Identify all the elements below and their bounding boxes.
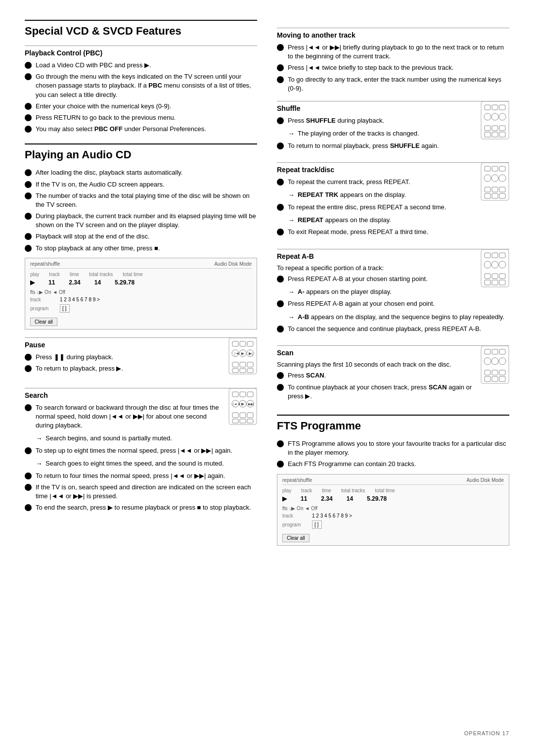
pause-remote-icon: |◄ ▶ ▶|	[228, 337, 257, 376]
repeat-list-2: To repeat the entire disc, press REPEAT …	[277, 203, 509, 212]
track-numbers-row: track 1 2 3 4 5 6 7 8 9 >	[30, 296, 252, 303]
svg-rect-69	[492, 280, 498, 285]
bullet-icon	[277, 179, 284, 186]
svg-rect-2	[240, 341, 246, 346]
svg-text:▶▶|: ▶▶|	[248, 402, 254, 406]
bullet-icon	[277, 44, 284, 51]
list-item-text: Go through the menu with the keys indica…	[36, 72, 257, 99]
list-item-text: Each FTS Programme can contain 20 tracks…	[288, 460, 509, 469]
time-value: 2.34	[321, 495, 332, 502]
section-audiocd-title: Playing an Audio CD	[25, 143, 257, 161]
repeat-remote-icon	[481, 162, 509, 202]
program-label: program	[282, 522, 307, 527]
shuffle-section: Shuffle Press SHUFFLE during playback. →…	[277, 101, 509, 154]
svg-rect-34	[492, 105, 498, 110]
svg-rect-53	[492, 187, 498, 192]
bullet-icon	[25, 365, 32, 372]
list-item: After loading the disc, playback starts …	[25, 168, 257, 177]
repeat-ab-intro: To repeat a specific portion of a track:	[277, 264, 509, 272]
svg-point-75	[484, 358, 491, 365]
bullet-icon	[25, 447, 32, 454]
arrow-icon: →	[288, 287, 295, 297]
bullet-icon	[25, 103, 32, 110]
svg-rect-54	[499, 187, 505, 192]
panel-header: repeat/shuffle Audio Disk Mode	[30, 261, 252, 269]
list-item-text: To go directly to any track, enter the t…	[288, 75, 509, 93]
svg-rect-60	[492, 253, 498, 258]
panel-header-right: Audio Disk Mode	[214, 261, 252, 267]
svg-rect-44	[499, 132, 505, 137]
arrow-text: REPEAT TRK appears on the display.	[298, 190, 406, 199]
col-play: play	[30, 272, 39, 277]
bullet-icon	[277, 300, 284, 307]
svg-rect-83	[499, 377, 505, 381]
track-numbers: 1 2 3 4 5 6 7 8 9 >	[60, 297, 100, 302]
arrow-text: Search goes to eight times the speed, an…	[45, 459, 224, 468]
bullet-icon	[277, 142, 284, 149]
list-item: Press SHUFFLE during playback.	[277, 116, 476, 125]
svg-rect-19	[247, 392, 253, 397]
play-icon: ▶	[30, 279, 35, 286]
list-item-text: To repeat the entire disc, press REPEAT …	[288, 203, 476, 212]
list-item-text: During playback, the current track numbe…	[36, 212, 257, 230]
scan-remote-icon	[481, 345, 509, 385]
clear-all-button-2[interactable]: Clear all	[282, 534, 310, 542]
svg-rect-66	[492, 274, 498, 279]
list-item-text: Press |◄◄ or ▶▶| briefly during playback…	[288, 43, 509, 61]
total-time-value: 5.29.78	[115, 279, 134, 286]
svg-rect-35	[499, 105, 505, 110]
repeat-ab-remote-icon	[481, 249, 509, 289]
svg-rect-13	[232, 369, 238, 373]
svg-point-50	[491, 175, 498, 182]
total-time-value: 5.29.78	[367, 495, 387, 502]
arrow-text: A- appears on the player display.	[298, 287, 392, 296]
svg-point-37	[491, 113, 498, 120]
svg-rect-18	[240, 392, 246, 397]
svg-rect-59	[485, 253, 490, 258]
bullet-icon	[25, 213, 32, 220]
scan-intro: Scanning plays the first 10 seconds of e…	[277, 361, 509, 368]
svg-rect-65	[485, 274, 490, 279]
svg-text:▶: ▶	[241, 351, 245, 356]
shuffle-list: Press SHUFFLE during playback.	[277, 116, 509, 125]
fts-row: fts ↓▶ On ◄ Off	[282, 505, 504, 512]
search-remote-icon: |◄◄ ▶ ▶▶|	[228, 388, 257, 426]
pbc-list: Load a Video CD with PBC and press ▶. Go…	[25, 61, 257, 134]
footer-text: Operation 17	[464, 730, 509, 736]
svg-text:|◄◄: |◄◄	[233, 402, 241, 406]
subsection-pbc-title: Playback Control (PBC)	[25, 46, 257, 57]
bullet-icon	[25, 114, 32, 121]
search-section: |◄◄ ▶ ▶▶| Search To search forward or ba…	[25, 388, 257, 517]
repeat-list: To repeat the current track, press REPEA…	[277, 178, 509, 187]
list-item-text: Press SHUFFLE during playback.	[288, 116, 476, 125]
list-item-text: To stop playback at any other time, pres…	[36, 244, 257, 253]
total-tracks-value: 14	[347, 495, 353, 502]
list-item: During playback, the current track numbe…	[25, 212, 257, 230]
svg-rect-74	[499, 349, 505, 354]
clear-all-button[interactable]: Clear all	[30, 318, 57, 326]
track-value: 11	[48, 279, 55, 286]
svg-rect-27	[240, 413, 246, 418]
list-item-text: If the TV is on, the Audio CD screen app…	[36, 180, 257, 189]
list-item: Press SCAN.	[277, 371, 476, 380]
track-value: 11	[301, 495, 307, 502]
bullet-icon	[277, 229, 284, 236]
bullet-icon	[277, 384, 284, 391]
svg-rect-14	[240, 369, 246, 373]
search-list: To search forward or backward through th…	[25, 403, 257, 430]
list-item: You may also select PBC OFF under Person…	[25, 125, 257, 134]
list-item-text: To search forward or backward through th…	[36, 403, 223, 430]
program-label: program	[30, 306, 55, 311]
col-time: time	[322, 488, 331, 493]
arrow-item: → Search goes to eight times the speed, …	[36, 459, 257, 469]
repeat-ab-list-3: To cancel the sequence and continue play…	[277, 325, 509, 333]
svg-rect-30	[240, 419, 246, 423]
play-icon: ▶	[282, 495, 287, 502]
svg-rect-61	[499, 253, 505, 258]
svg-point-64	[499, 261, 506, 268]
svg-rect-1	[232, 341, 238, 346]
list-item-text: To repeat the current track, press REPEA…	[288, 178, 476, 187]
fts-text: fts ↓▶ On ◄ Off	[30, 289, 65, 295]
list-item-text: Playback will stop at the end of the dis…	[36, 232, 257, 241]
search-title: Search	[25, 388, 257, 399]
